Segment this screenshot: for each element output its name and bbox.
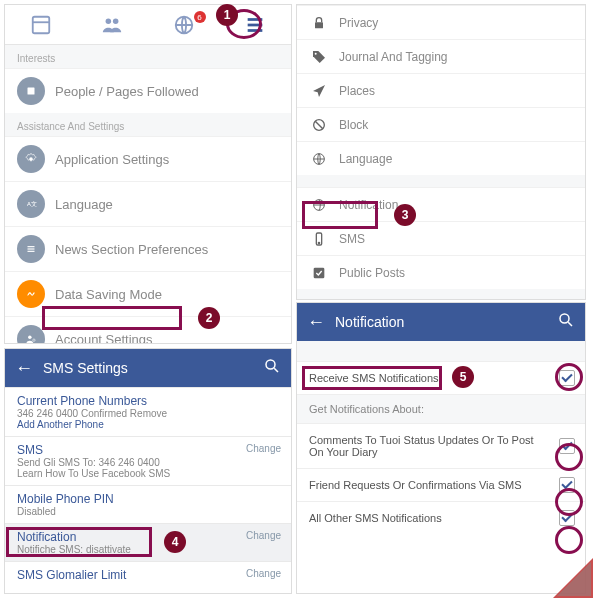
- setting-value: 346 246 0400 Confirmed Remove: [17, 408, 279, 419]
- back-arrow-icon[interactable]: ←: [15, 358, 33, 379]
- setting-label: Current Phone Numbers: [17, 394, 279, 408]
- change-link[interactable]: Change: [246, 443, 281, 454]
- menu-language[interactable]: A文 Language: [5, 181, 291, 226]
- setting-label: SMS Glomalier Limit: [17, 568, 279, 582]
- tab-newsfeed[interactable]: [5, 5, 77, 44]
- toggle-receive-sms[interactable]: Receive SMS Notifications: [297, 361, 585, 394]
- tab-notifications[interactable]: 6: [148, 5, 220, 44]
- svg-point-17: [315, 52, 317, 54]
- header-notification: ← Notification: [297, 303, 585, 341]
- svg-point-23: [318, 242, 319, 243]
- data-saving-icon: [17, 280, 45, 308]
- setting-label: SMS: [17, 443, 279, 457]
- row-label: Notification: [339, 198, 398, 212]
- setting-sub: Send Gli SMS To: 346 246 0400: [17, 457, 279, 468]
- row-label: Block: [339, 118, 368, 132]
- section-interests: Interests: [5, 45, 291, 68]
- svg-line-26: [274, 368, 278, 372]
- svg-point-27: [560, 314, 569, 323]
- setting-phone-pin[interactable]: Mobile Phone PIN Disabled: [5, 485, 291, 523]
- gear-icon: [17, 145, 45, 173]
- svg-point-9: [29, 157, 33, 161]
- menu-label: News Section Preferences: [55, 242, 208, 257]
- menu-label: Language: [55, 197, 113, 212]
- svg-point-25: [266, 360, 275, 369]
- news-icon: [17, 235, 45, 263]
- row-label: Language: [339, 152, 392, 166]
- row-notification[interactable]: Notification: [297, 187, 585, 221]
- account-icon: [17, 325, 45, 344]
- people-pages-icon: [17, 77, 45, 105]
- panel-3-sms-settings: ← SMS Settings Current Phone Numbers 346…: [4, 348, 292, 594]
- setting-label: Notification: [17, 530, 279, 544]
- toggle-friend-req[interactable]: Friend Requests Or Confirmations Via SMS: [297, 468, 585, 501]
- row-language-2[interactable]: Language: [297, 141, 585, 175]
- globe-icon-3: [309, 197, 329, 213]
- row-block[interactable]: Block: [297, 107, 585, 141]
- toggle-label: Friend Requests Or Confirmations Via SMS: [309, 479, 552, 491]
- panel-1-menu: 6 Interests People / Pages Followed Assi…: [4, 4, 292, 344]
- toggle-label: Receive SMS Notifications: [309, 372, 439, 384]
- setting-sub: Disabled: [17, 506, 279, 517]
- setting-current-phones[interactable]: Current Phone Numbers 346 246 0400 Confi…: [5, 387, 291, 436]
- row-places[interactable]: Places: [297, 73, 585, 107]
- checkbox-other[interactable]: [559, 510, 575, 526]
- language-icon: A文: [17, 190, 45, 218]
- toggle-comments[interactable]: Comments To Tuoi Status Updates Or To Po…: [297, 423, 585, 468]
- change-link[interactable]: Change: [246, 568, 281, 579]
- setting-sub2: Learn How To Use Facebook SMS: [17, 468, 279, 479]
- setting-notification[interactable]: Notification Notifiche SMS: disattivate …: [5, 523, 291, 561]
- back-arrow-icon[interactable]: ←: [307, 312, 325, 333]
- svg-rect-8: [28, 88, 35, 95]
- svg-line-19: [315, 121, 323, 129]
- tag-icon: [309, 49, 329, 65]
- section-get-about: Get Notifications About:: [297, 394, 585, 423]
- search-icon[interactable]: [557, 311, 575, 333]
- row-public-posts[interactable]: Public Posts: [297, 255, 585, 289]
- menu-label: Application Settings: [55, 152, 169, 167]
- divider: [297, 175, 585, 187]
- lock-icon: [309, 15, 329, 31]
- globe-icon-2: [309, 151, 329, 167]
- check-square-icon: [309, 265, 329, 281]
- svg-point-15: [33, 339, 35, 341]
- setting-sms-limit[interactable]: SMS Glomalier Limit Change: [5, 561, 291, 588]
- checkbox-receive[interactable]: [559, 370, 575, 386]
- row-label: Privacy: [339, 16, 378, 30]
- change-link[interactable]: Change: [246, 530, 281, 541]
- svg-rect-16: [315, 22, 323, 28]
- svg-rect-0: [33, 16, 50, 33]
- setting-sub: Notifiche SMS: disattivate: [17, 544, 279, 555]
- svg-line-28: [568, 322, 572, 326]
- menu-news-prefs[interactable]: News Section Preferences: [5, 226, 291, 271]
- menu-people-pages[interactable]: People / Pages Followed: [5, 68, 291, 113]
- menu-account-settings[interactable]: Account Settings: [5, 316, 291, 344]
- row-label: Journal And Tagging: [339, 50, 448, 64]
- svg-text:A文: A文: [27, 200, 37, 207]
- toggle-label: Comments To Tuoi Status Updates Or To Po…: [309, 434, 573, 458]
- row-journal[interactable]: Journal And Tagging: [297, 39, 585, 73]
- menu-app-settings[interactable]: Application Settings: [5, 136, 291, 181]
- header-sms-settings: ← SMS Settings: [5, 349, 291, 387]
- checkbox-comments[interactable]: [559, 438, 575, 454]
- hamburger-icon: [244, 14, 266, 36]
- block-icon: [309, 117, 329, 133]
- search-icon[interactable]: [263, 357, 281, 379]
- friends-icon: [101, 14, 123, 36]
- checkbox-friend-req[interactable]: [559, 477, 575, 493]
- svg-point-2: [106, 18, 112, 23]
- row-privacy[interactable]: Privacy: [297, 5, 585, 39]
- menu-data-saving[interactable]: Data Saving Mode: [5, 271, 291, 316]
- tab-friends[interactable]: [77, 5, 149, 44]
- svg-point-14: [28, 336, 32, 340]
- tab-menu[interactable]: [220, 5, 292, 44]
- row-sms[interactable]: SMS: [297, 221, 585, 255]
- add-phone-link[interactable]: Add Another Phone: [17, 419, 279, 430]
- divider-2: [297, 289, 585, 300]
- row-label: Public Posts: [339, 266, 405, 280]
- setting-sms[interactable]: SMS Send Gli SMS To: 346 246 0400 Learn …: [5, 436, 291, 485]
- menu-label: Data Saving Mode: [55, 287, 162, 302]
- toggle-other[interactable]: All Other SMS Notifications: [297, 501, 585, 534]
- svg-rect-24: [314, 267, 325, 278]
- panel-2-settings-list: Privacy Journal And Tagging Places Block…: [296, 4, 586, 300]
